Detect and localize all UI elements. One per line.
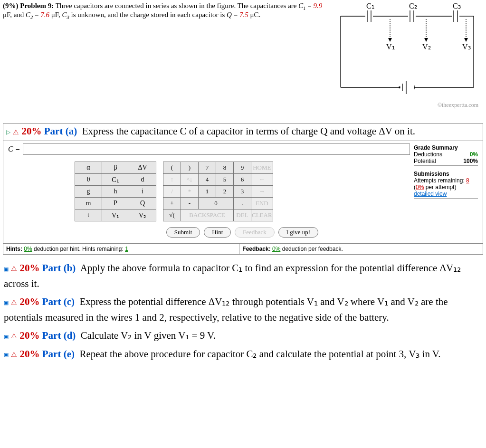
key-left[interactable]: ← [251, 174, 273, 186]
attempts-remaining[interactable]: 8 [466, 177, 469, 184]
copyright: ©theexpertta.com [3, 102, 483, 109]
eq: = [232, 11, 239, 19]
hints-label: Hints: [6, 246, 22, 252]
collapse-icon[interactable]: ▣ [4, 351, 9, 359]
eq: = [33, 11, 40, 19]
key-v1[interactable]: V₁ [102, 210, 129, 221]
key-8[interactable]: 8 [216, 162, 234, 174]
key-exp[interactable]: ^↓ [181, 174, 199, 186]
key-m[interactable]: m [75, 198, 102, 210]
label-c2: C₂ [409, 2, 417, 10]
collapse-icon[interactable]: ▣ [4, 265, 9, 273]
key-6[interactable]: 6 [234, 174, 251, 186]
part-c[interactable]: ▣ ⚠ 20% Part (c) Express the potential d… [4, 294, 482, 325]
key-alpha[interactable]: α [75, 162, 102, 174]
feedback-button[interactable]: Feedback [235, 227, 275, 238]
key-clear[interactable]: CLEAR [251, 210, 273, 221]
warning-icon: ⚠ [11, 265, 17, 272]
key-end[interactable]: END [251, 198, 273, 210]
key-dot[interactable]: . [234, 198, 251, 210]
key-g[interactable]: g [75, 186, 102, 198]
attempts-text: Attempts remaining: [414, 177, 465, 184]
key-mul[interactable]: * [181, 186, 199, 198]
key-beta[interactable]: β [102, 162, 129, 174]
collapse-icon[interactable]: ▣ [4, 299, 9, 307]
label-v3: V₃ [462, 43, 471, 51]
other-parts: ▣ ⚠ 20% Part (b) Apply the above formula… [3, 255, 483, 364]
svg-marker-23 [464, 38, 468, 42]
hints-text: deduction per hint. Hints remaining: [34, 246, 125, 252]
per-attempt-pct[interactable]: 0% [416, 184, 424, 191]
key-5[interactable]: 5 [216, 174, 234, 186]
key-1[interactable]: 1 [199, 186, 216, 198]
part-c-pct: 20% [20, 296, 40, 307]
detailed-view-link[interactable]: detailed view [414, 191, 447, 197]
key-del[interactable]: DEL [234, 210, 251, 221]
key-4[interactable]: 4 [199, 174, 216, 186]
giveup-button[interactable]: I give up! [278, 227, 319, 238]
var-q: Q [227, 11, 232, 19]
key-t[interactable]: t [75, 210, 102, 221]
part-b[interactable]: ▣ ⚠ 20% Part (b) Apply the above formula… [4, 260, 482, 291]
hints-bar: Hints: 0% deduction per hint. Hints rema… [3, 243, 483, 254]
expand-icon[interactable]: ▷ [6, 129, 10, 136]
key-d[interactable]: d [129, 174, 156, 186]
part-e-text: Repeat the above procedure for capacitor… [79, 348, 440, 360]
feedback-pct[interactable]: 0% [272, 246, 280, 252]
problem-text: (9%) Problem 9: Three capacitors are con… [3, 2, 331, 20]
key-p[interactable]: P [102, 198, 129, 210]
key-0[interactable]: 0 [199, 198, 234, 210]
circuit-diagram: C₁ C₂ C₃ V₁ V₂ V₃ [331, 2, 483, 102]
num-keys: ()789HOME ↑^↓456← /*123→ +-0.END √(BACKS… [163, 162, 273, 221]
key-backspace[interactable]: BACKSPACE [181, 210, 234, 221]
problem-percent: (9%) [3, 2, 19, 10]
var-c3: C [62, 11, 67, 19]
key-i[interactable]: i [129, 186, 156, 198]
hints-remaining[interactable]: 1 [125, 246, 128, 252]
key-home[interactable]: HOME [251, 162, 273, 174]
key-v2[interactable]: V₂ [129, 210, 156, 221]
key-div[interactable]: / [163, 186, 181, 198]
label-v2: V₂ [422, 43, 431, 51]
hints-pct[interactable]: 0% [24, 246, 32, 252]
key-h[interactable]: h [102, 186, 129, 198]
key-9[interactable]: 9 [234, 162, 251, 174]
key-up[interactable]: ↑ [163, 174, 181, 186]
key-right[interactable]: → [251, 186, 273, 198]
key-3[interactable]: 3 [234, 186, 251, 198]
part-e-label: Part (e) [42, 348, 75, 360]
answer-prefix: C = [8, 145, 23, 153]
key-2[interactable]: 2 [216, 186, 234, 198]
warning-icon: ⚠ [11, 351, 17, 358]
key-rparen[interactable]: ) [181, 162, 199, 174]
key-sqrt[interactable]: √( [163, 210, 181, 221]
problem-text-3: is unknown, and the charge stored in eac… [69, 11, 227, 19]
part-e[interactable]: ▣ ⚠ 20% Part (e) Repeat the above proced… [4, 346, 482, 362]
label-v1: V₁ [386, 43, 395, 51]
potential-label: Potential [414, 158, 436, 164]
key-minus[interactable]: - [181, 198, 199, 210]
warning-icon: ⚠ [13, 129, 19, 136]
part-a-pct: 20% [22, 125, 42, 137]
answer-input[interactable] [23, 143, 410, 155]
grade-header: Grade Summary [414, 144, 478, 151]
key-q[interactable]: Q [129, 198, 156, 210]
submissions-header: Submissions [414, 171, 478, 177]
action-row: Submit Hint Feedback I give up! [75, 227, 410, 238]
warning-icon: ⚠ [11, 333, 17, 340]
key-plus[interactable]: + [163, 198, 181, 210]
key-c1[interactable]: C₁ [102, 174, 129, 186]
key-deltav[interactable]: ΔV [129, 162, 156, 174]
key-lparen[interactable]: ( [163, 162, 181, 174]
var-c1: C [298, 2, 303, 10]
submit-button[interactable]: Submit [166, 227, 200, 238]
warning-icon: ⚠ [11, 299, 17, 306]
key-7[interactable]: 7 [199, 162, 216, 174]
label-c1: C₁ [366, 2, 374, 10]
part-d[interactable]: ▣ ⚠ 20% Part (d) Calculate V₂ in V given… [4, 328, 482, 343]
hint-button[interactable]: Hint [204, 227, 231, 238]
symbol-keys: αβΔV θC₁d ghi mPQ tV₁V₂ [75, 162, 156, 221]
collapse-icon[interactable]: ▣ [4, 333, 9, 341]
val-c1: 9.9 [314, 2, 323, 10]
key-theta[interactable]: θ [75, 174, 102, 186]
